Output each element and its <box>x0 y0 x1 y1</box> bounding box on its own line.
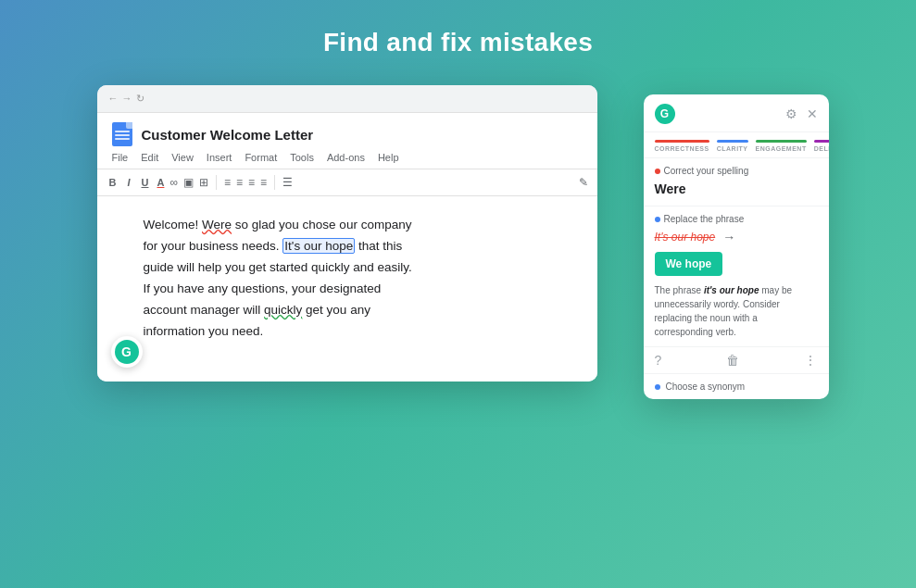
grammarly-logo: G <box>655 104 675 124</box>
synonym-label: Choose a synonym <box>666 382 746 392</box>
forward-icon[interactable]: → <box>122 93 132 105</box>
settings-icon[interactable]: ⚙ <box>785 106 797 121</box>
correctness-label: CORRECTNESS <box>655 145 709 152</box>
delivery-line <box>814 140 829 143</box>
toolbar-more[interactable]: ✎ <box>579 176 588 189</box>
suggestion-description: The phrase it's our hope may be unnecess… <box>655 283 818 339</box>
spelling-label: Correct your spelling <box>655 166 818 176</box>
toolbar-divider2 <box>274 175 275 190</box>
doc-line-2: for your business needs. It's our hope t… <box>144 236 570 257</box>
clarity-line <box>717 140 748 143</box>
menu-help[interactable]: Help <box>378 152 399 163</box>
toolbar-align-justify[interactable]: ≡ <box>260 176 267 189</box>
panel-header: G ⚙ ✕ <box>644 94 829 132</box>
menu-insert[interactable]: Insert <box>207 152 232 163</box>
grammarly-fab-logo: G <box>115 340 139 364</box>
phrase-italic: it's our hope <box>704 285 759 295</box>
docs-file-icon <box>112 122 132 146</box>
spelling-error-were: Were <box>202 218 232 231</box>
docs-title-row: Customer Welcome Letter <box>112 122 583 146</box>
spelling-section: Correct your spelling Were <box>644 158 829 206</box>
menu-format[interactable]: Format <box>245 152 277 163</box>
menu-addons[interactable]: Add-ons <box>327 152 365 163</box>
doc-body: Welcome! Were so glad you chose our comp… <box>97 196 597 382</box>
docs-menu: File Edit View Insert Format Tools Add-o… <box>112 150 583 165</box>
menu-edit[interactable]: Edit <box>141 152 158 163</box>
toolbar-font-color[interactable]: A <box>157 177 164 188</box>
toolbar-image-icon[interactable]: ▣ <box>183 176 194 189</box>
delete-icon[interactable]: 🗑 <box>726 353 739 368</box>
tab-correctness[interactable]: CORRECTNESS <box>655 140 709 152</box>
footer-blue-dot <box>655 384 660 390</box>
phrase-suggestion: It's our hope <box>282 238 355 254</box>
refresh-icon[interactable]: ↻ <box>136 93 144 105</box>
toolbar-list-icon[interactable]: ☰ <box>282 176 293 189</box>
toolbar-underline[interactable]: U <box>139 175 152 190</box>
docs-header: Customer Welcome Letter File Edit View I… <box>97 113 597 169</box>
doc-text-content: Welcome! Were so glad you chose our comp… <box>144 215 570 363</box>
back-icon[interactable]: ← <box>108 93 119 105</box>
toolbar-table-icon[interactable]: ⊞ <box>199 176 208 189</box>
menu-tools[interactable]: Tools <box>290 152 314 163</box>
tab-engagement[interactable]: ENGAGEMENT <box>756 140 807 152</box>
arrow-right-icon: → <box>722 230 735 244</box>
toolbar-divider <box>216 175 217 190</box>
blue-dot <box>655 217 660 222</box>
docs-toolbar: B I U A ∞ ▣ ⊞ ≡ ≡ ≡ ≡ ☰ ✎ <box>97 169 597 196</box>
tab-delivery[interactable]: DELIVERY <box>814 140 829 152</box>
close-icon[interactable]: ✕ <box>807 106 818 121</box>
suggestion-accept-button[interactable]: We hope <box>655 252 723 276</box>
help-icon[interactable]: ? <box>655 353 662 368</box>
engagement-label: ENGAGEMENT <box>756 145 807 152</box>
tab-clarity[interactable]: CLARITY <box>717 140 748 152</box>
menu-view[interactable]: View <box>171 152 194 163</box>
browser-arrows: ← → ↻ <box>108 93 144 105</box>
browser-window: ← → ↻ Customer Welcome Letter File Ed <box>97 85 597 382</box>
grammarly-panel: G ⚙ ✕ CORRECTNESS CLARITY ENGAGEMENT <box>644 94 829 399</box>
menu-file[interactable]: File <box>112 152 129 163</box>
replace-section: Replace the phrase It's our hope → We ho… <box>644 206 829 347</box>
panel-header-icons: ⚙ ✕ <box>785 106 818 121</box>
panel-action-row: ? 🗑 ⋮ <box>644 347 829 374</box>
doc-line-1: Welcome! Were so glad you chose our comp… <box>144 215 570 236</box>
replace-label: Replace the phrase <box>655 214 818 224</box>
engagement-line <box>756 140 807 143</box>
toolbar-align-right[interactable]: ≡ <box>248 176 255 189</box>
page-title: Find and fix mistakes <box>323 28 593 57</box>
doc-line-5: account manager will quickly get you any <box>144 300 570 321</box>
red-dot <box>655 169 660 174</box>
toolbar-align-left[interactable]: ≡ <box>224 176 231 189</box>
replace-phrase-row: It's our hope → <box>655 230 818 244</box>
correctness-line <box>655 140 709 143</box>
doc-title[interactable]: Customer Welcome Letter <box>142 127 314 143</box>
doc-line-4: If you have any questions, your designat… <box>144 279 570 300</box>
more-icon[interactable]: ⋮ <box>804 353 817 368</box>
browser-bar: ← → ↻ <box>97 85 597 113</box>
delivery-label: DELIVERY <box>814 145 829 152</box>
toolbar-link-icon[interactable]: ∞ <box>169 176 178 189</box>
doc-line-3: guide will help you get started quickly … <box>144 257 570 279</box>
toolbar-bold[interactable]: B <box>107 175 119 190</box>
word-quickly: quickly <box>264 303 302 317</box>
category-tabs: CORRECTNESS CLARITY ENGAGEMENT DELIVERY <box>644 132 829 158</box>
original-phrase: It's our hope <box>655 231 716 244</box>
toolbar-italic[interactable]: I <box>124 175 132 190</box>
clarity-label: CLARITY <box>717 145 748 152</box>
misspelled-word: Were <box>655 181 818 196</box>
panel-footer: Choose a synonym <box>644 374 829 399</box>
toolbar-align-center[interactable]: ≡ <box>236 176 243 189</box>
doc-line-6: information you need. <box>144 321 570 343</box>
grammarly-fab[interactable]: G <box>111 336 143 368</box>
